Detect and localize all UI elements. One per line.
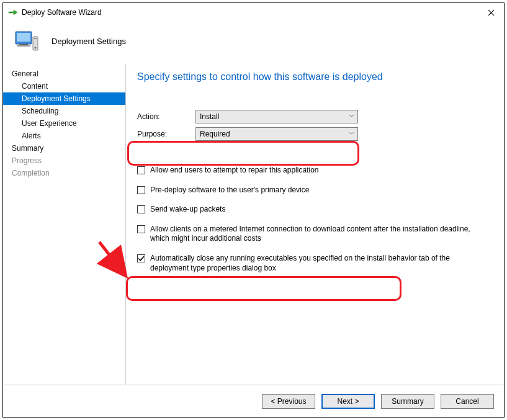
main-panel: Specify settings to control how this sof… [126, 64, 504, 385]
purpose-value: Required [200, 130, 230, 138]
footer: < Previous Next > Summary Cancel [3, 385, 504, 417]
checkbox-row: Allow clients on a metered Internet conn… [137, 225, 485, 244]
sidebar-item-user-experience[interactable]: User Experience [3, 117, 125, 130]
header-subtitle: Deployment Settings [52, 37, 126, 46]
svg-rect-5 [34, 38, 37, 39]
sidebar-item-summary[interactable]: Summary [3, 142, 125, 154]
titlebar: Deploy Software Wizard [3, 3, 504, 22]
checkbox-label: Pre-deploy software to the user's primar… [150, 185, 309, 195]
cancel-button[interactable]: Cancel [441, 394, 494, 409]
action-label: Action: [137, 112, 195, 121]
sidebar-item-content[interactable]: Content [3, 80, 125, 92]
sidebar-item-completion: Completion [3, 167, 125, 179]
checkbox-row: Pre-deploy software to the user's primar… [137, 185, 485, 195]
checkbox[interactable] [137, 254, 145, 262]
checkbox-label: Allow end users to attempt to repair thi… [150, 166, 318, 176]
sidebar: GeneralContentDeployment SettingsSchedul… [3, 64, 126, 385]
checkbox[interactable] [137, 205, 145, 213]
wizard-window: Deploy Software Wizard Deployment Settin… [2, 2, 505, 418]
checkbox-row: Allow end users to attempt to repair thi… [137, 166, 485, 176]
chevron-down-icon: ﹀ [349, 130, 355, 138]
checkbox-label: Automatically close any running executab… [150, 254, 485, 273]
checkbox[interactable] [137, 225, 145, 233]
sidebar-item-general[interactable]: General [3, 68, 125, 80]
svg-rect-3 [17, 45, 30, 47]
wizard-body: GeneralContentDeployment SettingsSchedul… [3, 64, 504, 385]
action-row: Action: Install ﹀ [137, 110, 491, 123]
close-button[interactable] [482, 6, 500, 19]
checkbox-row: Automatically close any running executab… [137, 254, 485, 273]
checkbox-row: Send wake-up packets [137, 205, 485, 215]
purpose-dropdown[interactable]: Required ﹀ [195, 127, 358, 141]
svg-rect-1 [17, 33, 30, 42]
checkbox-label: Send wake-up packets [150, 205, 225, 215]
svg-rect-2 [19, 44, 28, 45]
computer-icon [14, 29, 39, 53]
previous-button[interactable]: < Previous [262, 394, 315, 409]
action-value: Install [200, 112, 219, 121]
action-dropdown[interactable]: Install ﹀ [195, 110, 358, 123]
page-heading: Specify settings to control how this sof… [137, 71, 491, 83]
sidebar-item-alerts[interactable]: Alerts [3, 130, 125, 142]
purpose-label: Purpose: [137, 130, 195, 138]
sidebar-item-progress: Progress [3, 154, 125, 167]
checkbox-label: Allow clients on a metered Internet conn… [150, 225, 485, 244]
window-title: Deploy Software Wizard [22, 8, 102, 17]
purpose-row: Purpose: Required ﹀ [137, 127, 491, 141]
sidebar-item-scheduling[interactable]: Scheduling [3, 105, 125, 117]
next-button[interactable]: Next > [321, 394, 375, 409]
checkbox[interactable] [137, 186, 145, 194]
checkbox[interactable] [137, 166, 145, 174]
summary-button[interactable]: Summary [381, 394, 434, 409]
wizard-header: Deployment Settings [3, 22, 504, 64]
svg-point-6 [35, 47, 37, 49]
chevron-down-icon: ﹀ [349, 112, 355, 121]
sidebar-item-deployment-settings[interactable]: Deployment Settings [3, 92, 125, 105]
app-arrow-icon [8, 7, 18, 17]
